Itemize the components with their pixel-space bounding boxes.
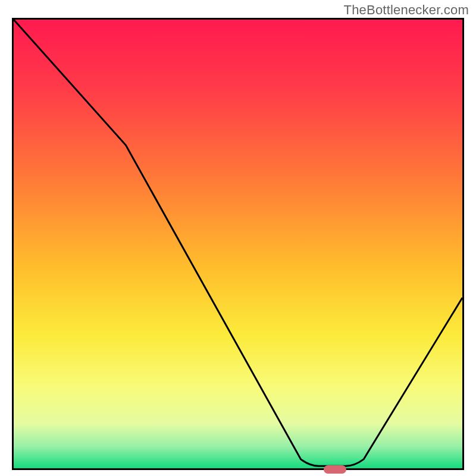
watermark-text: TheBottlenecker.com [344,2,469,18]
chart-curve [14,20,462,468]
chart-marker [324,465,346,474]
chart-plot-area [12,18,464,470]
